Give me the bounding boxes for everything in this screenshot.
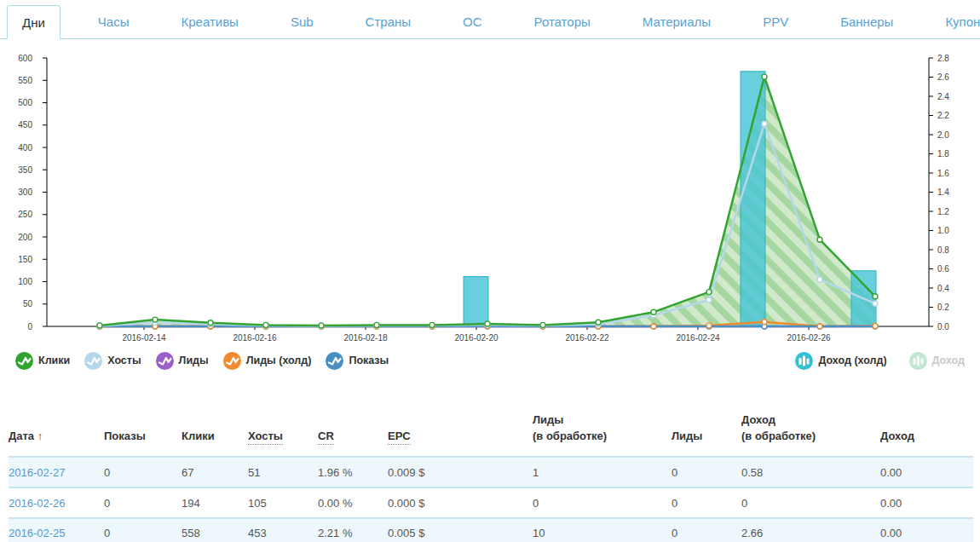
svg-text:0.2: 0.2 <box>937 303 949 312</box>
svg-text:1.8: 1.8 <box>937 149 949 159</box>
svg-text:2016-02-26: 2016-02-26 <box>787 333 831 343</box>
legend-line-icon <box>15 352 33 370</box>
svg-text:2016-02-24: 2016-02-24 <box>676 333 720 343</box>
svg-text:0.6: 0.6 <box>937 264 949 274</box>
value-cell: 0 <box>672 487 741 518</box>
table-row: 2016-02-2505584532.21 %0.005 $1002.660.0… <box>9 518 973 542</box>
column-header[interactable]: Лиды (в обработке) <box>533 394 672 457</box>
value-cell: 0.00 <box>880 457 973 487</box>
legend-line-icon <box>326 352 343 370</box>
page: { "tabs": { "items": [ {"label": "Дни", … <box>0 0 980 542</box>
column-header[interactable]: Клики <box>182 394 248 457</box>
value-cell: 1.96 % <box>318 457 388 487</box>
column-header-label: Доход (в обработке) <box>741 413 816 442</box>
tab[interactable]: PPV <box>748 5 803 38</box>
value-cell: 0 <box>104 487 182 518</box>
svg-text:2.2: 2.2 <box>937 111 949 120</box>
legend-item[interactable]: Лиды <box>156 352 209 370</box>
svg-text:600: 600 <box>18 54 32 63</box>
table-body: 2016-02-27067511.96 %0.009 $100.580.0020… <box>9 457 973 542</box>
column-header[interactable]: Дата ↑ <box>9 394 104 457</box>
legend-label: Показы <box>349 355 389 366</box>
line-series-icon <box>156 352 174 370</box>
value-cell: 1 <box>533 457 672 487</box>
tab[interactable]: Ротаторы <box>520 5 605 38</box>
value-cell: 0 <box>533 487 672 518</box>
value-cell: 2.66 <box>741 518 880 542</box>
column-series-icon <box>795 352 813 370</box>
column-header[interactable]: Доход (в обработке) <box>741 394 880 457</box>
tab[interactable]: Креативы <box>166 5 252 38</box>
svg-text:100: 100 <box>18 277 32 286</box>
svg-text:1.2: 1.2 <box>937 207 949 216</box>
column-header-label: Лиды (в обработке) <box>533 413 607 442</box>
value-cell: 0.00 <box>880 487 973 518</box>
legend-column-icon <box>795 352 813 370</box>
line-series-icon <box>15 352 33 370</box>
tab[interactable]: Материалы <box>628 5 725 38</box>
value-cell: 0.005 $ <box>388 518 533 542</box>
tab-bar: ДниЧасыКреативыSubСтраныОСРотаторыМатери… <box>0 5 980 39</box>
svg-text:2016-02-20: 2016-02-20 <box>454 333 499 343</box>
svg-text:2.8: 2.8 <box>937 54 949 63</box>
svg-text:350: 350 <box>18 165 32 175</box>
date-link[interactable]: 2016-02-25 <box>9 527 66 539</box>
y-axis-left: 050100150200250300350400450500550600 <box>18 54 47 332</box>
value-cell: 0.00 <box>880 518 973 542</box>
column-header[interactable]: EPC <box>388 394 533 457</box>
legend-item[interactable]: Лиды (холд) <box>223 352 312 370</box>
tab[interactable]: Часы <box>84 5 144 38</box>
svg-text:2016-02-14: 2016-02-14 <box>122 333 166 343</box>
line-series-icon <box>326 352 343 370</box>
legend-column-icon <box>909 352 927 370</box>
column-header[interactable]: Лиды <box>672 394 741 457</box>
tab[interactable]: Дни <box>7 5 61 39</box>
svg-text:2.0: 2.0 <box>937 130 949 140</box>
legend-item[interactable]: Показы <box>326 352 389 370</box>
tab[interactable]: Купоны <box>931 5 980 38</box>
legend-item[interactable]: Доход (холд) <box>795 352 886 370</box>
value-cell: 0 <box>672 518 741 542</box>
tab[interactable]: Sub <box>276 5 328 38</box>
svg-text:550: 550 <box>18 76 32 85</box>
y-axis-right: 0.00.20.40.60.81.01.21.41.61.82.02.22.42… <box>929 54 949 332</box>
column-header-label: Лиды <box>672 430 702 442</box>
legend-label: Доход <box>932 355 965 366</box>
date-link[interactable]: 2016-02-27 <box>9 466 66 479</box>
value-cell: 558 <box>182 518 248 542</box>
table-row: 2016-02-2601941050.00 %0.000 $0000.00 <box>9 487 973 518</box>
legend-label: Доход (холд) <box>818 355 886 366</box>
date-cell: 2016-02-25 <box>9 518 104 542</box>
svg-text:200: 200 <box>18 233 32 242</box>
legend-line-icon <box>223 352 241 370</box>
date-cell: 2016-02-27 <box>9 457 104 487</box>
legend-item[interactable]: Доход <box>909 352 965 370</box>
column-header[interactable]: CR <box>318 394 388 457</box>
column-series-icon <box>909 352 927 370</box>
tab[interactable]: Страны <box>351 5 425 38</box>
table-row: 2016-02-27067511.96 %0.009 $100.580.00 <box>9 457 973 487</box>
legend-item[interactable]: Хосты <box>84 352 141 370</box>
value-cell: 0 <box>104 518 182 542</box>
tab[interactable]: Баннеры <box>826 5 908 38</box>
svg-text:2016-02-18: 2016-02-18 <box>343 333 388 343</box>
value-cell: 10 <box>533 518 672 542</box>
svg-text:400: 400 <box>18 143 32 153</box>
date-cell: 2016-02-26 <box>9 487 104 518</box>
legend-right-group: Доход (холд) Доход <box>773 352 965 370</box>
svg-text:300: 300 <box>18 187 32 197</box>
legend-label: Лиды <box>179 355 209 366</box>
svg-text:0.8: 0.8 <box>937 245 949 255</box>
value-cell: 2.21 % <box>318 518 388 542</box>
legend-label: Клики <box>38 355 70 366</box>
tab[interactable]: ОС <box>448 5 497 38</box>
date-link[interactable]: 2016-02-26 <box>9 497 66 510</box>
column-header[interactable]: Хосты <box>248 394 318 457</box>
legend-item[interactable]: Клики <box>15 352 70 370</box>
svg-text:1.4: 1.4 <box>937 187 949 197</box>
legend-label: Лиды (холд) <box>246 355 312 366</box>
column-header-label: EPC <box>388 430 411 445</box>
column-header[interactable]: Показы <box>104 394 182 457</box>
svg-text:2.4: 2.4 <box>937 92 949 101</box>
column-header[interactable]: Доход <box>880 394 973 457</box>
